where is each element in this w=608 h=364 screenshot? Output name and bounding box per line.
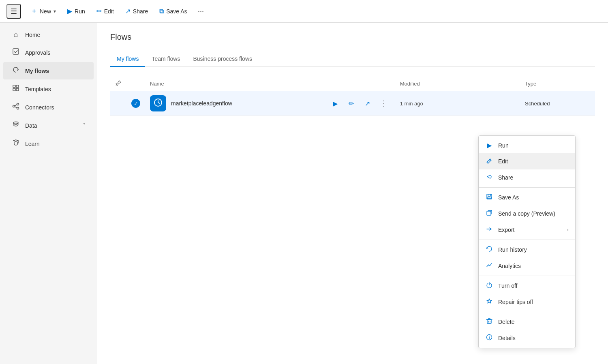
col-pin-header xyxy=(110,77,126,91)
ctx-item-repair-tips[interactable]: Repair tips off xyxy=(479,294,575,310)
svg-rect-4 xyxy=(16,88,19,91)
context-menu: ▶ Run Edit Share Save As xyxy=(478,135,576,348)
checkmark-icon: ✓ xyxy=(134,101,138,107)
hamburger-button[interactable]: ☰ xyxy=(6,4,21,19)
run-icon: ▶ xyxy=(67,7,72,15)
save-as-button[interactable]: ⧉ Save As xyxy=(154,5,192,17)
sidebar-item-connectors-label: Connectors xyxy=(25,104,54,111)
edit-label: Edit xyxy=(104,8,114,15)
sidebar-item-approvals[interactable]: Approvals xyxy=(3,44,94,61)
myflows-icon xyxy=(11,66,20,75)
ctx-edit-label: Edit xyxy=(498,158,508,165)
sidebar-item-learn[interactable]: Learn xyxy=(3,135,94,152)
ctx-repair-tips-icon xyxy=(485,298,493,306)
sidebar-item-templates-label: Templates xyxy=(25,86,51,92)
more-dots-icon: ··· xyxy=(198,7,204,15)
ctx-item-delete[interactable]: Delete xyxy=(479,314,575,330)
run-button[interactable]: ▶ Run xyxy=(62,5,90,17)
modified-text: 1 min ago xyxy=(400,101,423,107)
tabs-container: My flows Team flows Business process flo… xyxy=(110,51,595,67)
new-dropdown-icon: ▾ xyxy=(54,9,56,14)
ctx-edit-icon xyxy=(485,157,493,165)
save-as-label: Save As xyxy=(166,8,187,15)
ctx-item-turn-off[interactable]: Turn off xyxy=(479,278,575,294)
tab-business-process[interactable]: Business process flows xyxy=(186,51,259,67)
svg-point-6 xyxy=(17,103,19,105)
ctx-delete-label: Delete xyxy=(498,319,514,325)
row-icon-name-cell: marketplaceleadgenflow ▶ ✏ ↗ xyxy=(145,91,395,116)
ctx-save-as-icon xyxy=(485,193,493,201)
col-type-header: Type xyxy=(520,77,595,91)
svg-rect-20 xyxy=(487,197,491,199)
ctx-item-run-history[interactable]: Run history xyxy=(479,242,575,258)
main-layout: ⌂ Home Approvals My flows Templates Co xyxy=(0,23,608,364)
svg-line-9 xyxy=(15,107,17,108)
hamburger-icon: ☰ xyxy=(11,7,17,16)
ctx-item-analytics[interactable]: Analytics xyxy=(479,258,575,274)
sidebar-item-learn-label: Learn xyxy=(25,141,40,147)
ctx-export-label: Export xyxy=(498,227,514,233)
ctx-item-edit[interactable]: Edit xyxy=(479,153,575,169)
save-as-icon: ⧉ xyxy=(159,8,164,15)
ctx-item-details[interactable]: Details xyxy=(479,330,575,346)
row-edit-button[interactable]: ✏ xyxy=(345,97,358,110)
svg-point-29 xyxy=(489,336,490,336)
svg-point-10 xyxy=(13,122,18,124)
sidebar-item-approvals-label: Approvals xyxy=(25,49,50,56)
row-share-icon: ↗ xyxy=(365,100,370,107)
sidebar-item-data-label: Data xyxy=(25,122,37,129)
share-button[interactable]: ↗ Share xyxy=(120,5,153,17)
sidebar-item-home[interactable]: ⌂ Home xyxy=(3,26,94,43)
row-edit-icon: ✏ xyxy=(349,100,354,107)
sidebar-item-connectors[interactable]: Connectors xyxy=(3,98,94,116)
row-more-button[interactable]: ⋮ xyxy=(377,97,390,110)
svg-rect-21 xyxy=(487,211,491,215)
ctx-analytics-icon xyxy=(485,262,493,270)
svg-rect-2 xyxy=(16,85,19,88)
ctx-repair-tips-label: Repair tips off xyxy=(498,299,533,305)
tab-my-flows[interactable]: My flows xyxy=(110,51,145,67)
row-modified-cell: 1 min ago xyxy=(395,91,520,116)
new-label: New xyxy=(40,8,51,15)
ctx-run-label: Run xyxy=(498,142,509,149)
learn-icon xyxy=(11,139,20,148)
tab-team-flows-label: Team flows xyxy=(152,56,180,62)
row-run-icon: ▶ xyxy=(333,100,338,107)
sidebar-item-myflows[interactable]: My flows xyxy=(3,62,94,79)
toolbar-more-button[interactable]: ··· xyxy=(194,4,208,19)
svg-rect-23 xyxy=(487,320,491,323)
ctx-item-share[interactable]: Share xyxy=(479,169,575,186)
home-icon: ⌂ xyxy=(11,30,20,39)
ctx-item-send-copy[interactable]: Send a copy (Preview) xyxy=(479,206,575,222)
svg-line-15 xyxy=(158,103,160,103)
row-checkbox[interactable]: ✓ xyxy=(131,99,140,108)
flow-name: marketplaceleadgenflow xyxy=(171,100,232,107)
edit-button[interactable]: ✏ Edit xyxy=(92,5,119,17)
pin-icon xyxy=(115,81,122,88)
tab-team-flows[interactable]: Team flows xyxy=(145,51,186,67)
ctx-export-arrow-icon: › xyxy=(567,227,569,233)
svg-rect-3 xyxy=(13,88,15,91)
ctx-send-copy-icon xyxy=(485,210,493,218)
sidebar: ⌂ Home Approvals My flows Templates Co xyxy=(0,23,97,364)
svg-rect-18 xyxy=(487,194,492,199)
row-check-cell[interactable]: ✓ xyxy=(126,91,145,116)
flow-actions: ▶ ✏ ↗ ⋮ xyxy=(329,97,390,110)
ctx-item-run[interactable]: ▶ Run xyxy=(479,137,575,153)
ctx-share-label: Share xyxy=(498,174,513,181)
data-chevron-icon: ˅ xyxy=(83,123,86,128)
connectors-icon xyxy=(11,103,20,112)
ctx-item-export[interactable]: Export › xyxy=(479,222,575,238)
sidebar-item-templates[interactable]: Templates xyxy=(3,80,94,98)
ctx-run-history-icon xyxy=(485,246,493,254)
type-text: Scheduled xyxy=(525,101,550,107)
row-run-button[interactable]: ▶ xyxy=(329,97,342,110)
svg-point-5 xyxy=(13,105,15,107)
sidebar-item-data[interactable]: Data ˅ xyxy=(3,117,94,134)
new-button[interactable]: ＋ New ▾ xyxy=(26,4,61,18)
approvals-icon xyxy=(11,48,20,57)
ctx-item-save-as[interactable]: Save As xyxy=(479,189,575,206)
table-row: ✓ marketplaceleadgenflow ▶ xyxy=(110,91,595,116)
ctx-share-icon xyxy=(485,173,493,182)
row-share-button[interactable]: ↗ xyxy=(361,97,374,110)
